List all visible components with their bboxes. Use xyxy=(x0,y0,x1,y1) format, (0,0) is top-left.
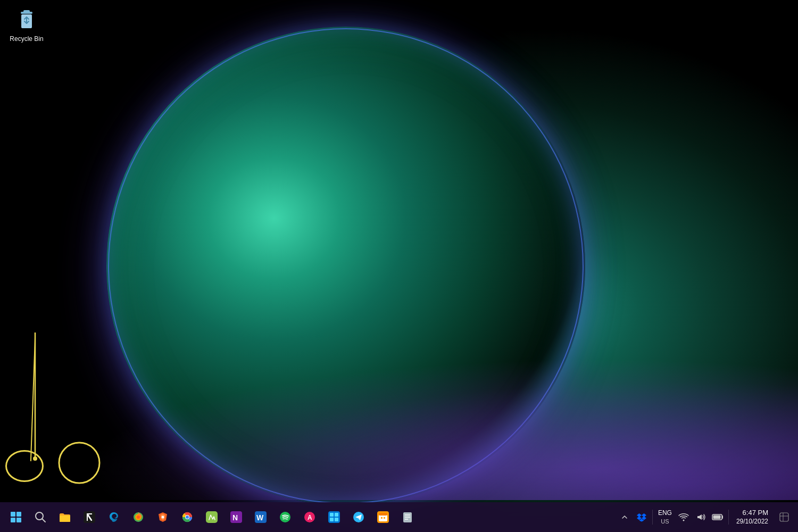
svg-text:N: N xyxy=(232,513,238,522)
pen-icon xyxy=(206,511,218,523)
notion-icon xyxy=(84,511,95,523)
svg-text:A: A xyxy=(307,514,312,521)
svg-rect-1 xyxy=(23,10,30,13)
lang-primary: ENG xyxy=(658,509,672,518)
chrome-button[interactable] xyxy=(176,505,199,529)
svg-point-37 xyxy=(683,520,684,521)
app2-button[interactable] xyxy=(371,505,395,529)
word-button[interactable]: W xyxy=(249,505,272,529)
taskbar-left-area: N W xyxy=(4,505,617,529)
svg-point-9 xyxy=(137,516,140,519)
svg-rect-40 xyxy=(780,513,788,521)
svg-rect-24 xyxy=(335,513,338,517)
file-explorer-button[interactable] xyxy=(53,505,77,529)
store-button[interactable] xyxy=(322,505,346,529)
spotify-button[interactable] xyxy=(273,505,297,529)
firefox-icon xyxy=(132,511,144,523)
svg-rect-32 xyxy=(384,517,385,519)
chevron-up-icon xyxy=(621,514,628,520)
notepad-button[interactable] xyxy=(396,505,419,529)
windows-logo-icon xyxy=(11,512,21,522)
notifications-button[interactable] xyxy=(775,506,794,528)
app1-button[interactable]: A xyxy=(298,505,321,529)
lang-secondary: US xyxy=(661,518,669,525)
notion-button[interactable] xyxy=(78,505,101,529)
svg-point-45 xyxy=(33,456,37,461)
svg-rect-5 xyxy=(60,516,70,522)
desktop: Recycle Bin xyxy=(0,0,798,532)
start-button[interactable] xyxy=(4,505,28,529)
app2-icon xyxy=(377,511,389,523)
word-icon: W xyxy=(255,511,267,523)
svg-rect-30 xyxy=(379,513,387,516)
pen-app-button[interactable] xyxy=(200,505,223,529)
show-hidden-icons-button[interactable] xyxy=(617,506,632,528)
language-button[interactable]: ENG US xyxy=(656,505,674,529)
recycle-bin-svg xyxy=(14,7,39,33)
wifi-icon xyxy=(678,512,689,522)
app1-icon: A xyxy=(304,511,315,523)
dropbox-tray-icon[interactable] xyxy=(634,506,649,528)
search-icon xyxy=(35,511,46,523)
edge-button[interactable] xyxy=(102,505,126,529)
svg-rect-26 xyxy=(335,518,338,521)
svg-rect-39 xyxy=(713,516,720,519)
onenote-button[interactable]: N xyxy=(225,505,248,529)
clock-date: 29/10/2022 xyxy=(736,518,768,526)
svg-rect-25 xyxy=(330,518,334,521)
annotation-line xyxy=(30,338,36,461)
svg-point-13 xyxy=(186,516,189,519)
recycle-bin-label: Recycle Bin xyxy=(10,35,43,43)
dropbox-icon xyxy=(637,512,646,522)
telegram-button[interactable] xyxy=(347,505,370,529)
spotify-icon xyxy=(279,511,291,523)
start-button-wrap xyxy=(4,505,28,529)
brave-button[interactable] xyxy=(151,505,174,529)
wallpaper-sphere-rim xyxy=(106,27,585,505)
store-icon xyxy=(328,511,340,523)
svg-line-4 xyxy=(42,519,45,522)
chrome-icon xyxy=(181,511,193,523)
clock-time: 6:47 PM xyxy=(743,509,768,518)
telegram-icon xyxy=(353,511,364,523)
svg-text:W: W xyxy=(256,513,264,522)
firefox-button[interactable] xyxy=(127,505,150,529)
tray-divider-2 xyxy=(728,510,729,525)
battery-icon xyxy=(712,513,724,521)
search-button[interactable] xyxy=(29,505,52,529)
volume-icon xyxy=(695,512,706,522)
svg-point-44 xyxy=(59,443,99,483)
notepad-icon xyxy=(402,511,413,523)
tray-divider xyxy=(652,510,653,525)
onenote-icon: N xyxy=(230,511,242,523)
brave-icon xyxy=(157,511,169,523)
annotation-circle xyxy=(5,450,44,482)
svg-rect-31 xyxy=(381,517,383,519)
svg-point-10 xyxy=(162,516,164,519)
wifi-button[interactable] xyxy=(676,506,691,528)
volume-button[interactable] xyxy=(693,506,708,528)
svg-rect-23 xyxy=(330,513,334,517)
recycle-bin-icon[interactable]: Recycle Bin xyxy=(5,5,48,45)
edge-icon xyxy=(108,511,120,523)
clock-button[interactable]: 6:47 PM 29/10/2022 xyxy=(732,505,772,529)
folder-icon xyxy=(59,511,71,523)
notifications-icon xyxy=(779,512,789,522)
taskbar: N W xyxy=(0,502,798,532)
taskbar-right-area: ENG US xyxy=(617,505,794,529)
battery-button[interactable] xyxy=(710,506,725,528)
